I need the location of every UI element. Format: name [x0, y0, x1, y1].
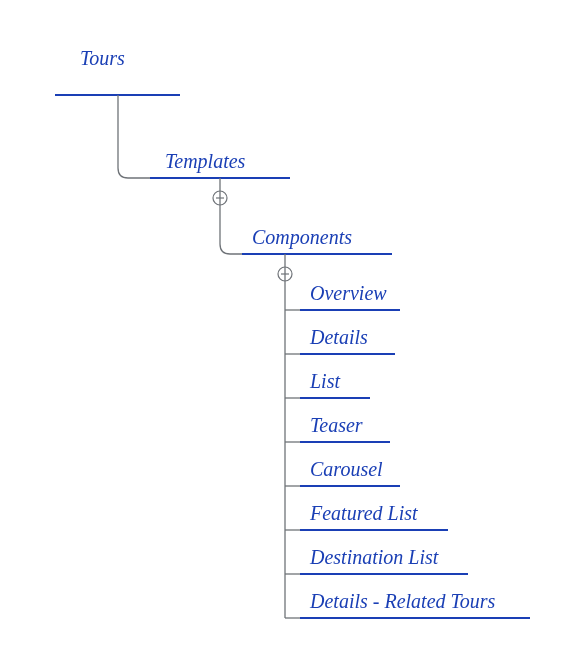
node-featured-list-label: Featured List — [309, 502, 418, 524]
node-list: List — [285, 370, 370, 398]
node-destination-list-label: Destination List — [309, 546, 439, 568]
node-tours: Tours — [55, 47, 180, 95]
node-details-related-tours-label: Details - Related Tours — [309, 590, 496, 612]
node-teaser-label: Teaser — [310, 414, 363, 436]
node-details-related-tours: Details - Related Tours — [285, 590, 530, 618]
node-featured-list: Featured List — [285, 502, 448, 530]
node-overview-label: Overview — [310, 282, 387, 304]
node-destination-list: Destination List — [285, 546, 468, 574]
node-templates: Templates — [150, 150, 290, 178]
node-components-label: Components — [252, 226, 352, 249]
connector-templates-components — [220, 178, 242, 254]
node-details: Details — [285, 326, 395, 354]
tree-diagram: Tours Templates Components Overview Deta… — [0, 0, 572, 650]
node-list-label: List — [309, 370, 340, 392]
node-carousel-label: Carousel — [310, 458, 383, 480]
connector-tours-templates — [118, 95, 150, 178]
node-templates-label: Templates — [165, 150, 246, 173]
node-carousel: Carousel — [285, 458, 400, 486]
node-overview: Overview — [285, 282, 400, 310]
node-teaser: Teaser — [285, 414, 390, 442]
node-details-label: Details — [309, 326, 368, 348]
node-tours-label: Tours — [80, 47, 125, 69]
node-components: Components — [242, 226, 392, 254]
